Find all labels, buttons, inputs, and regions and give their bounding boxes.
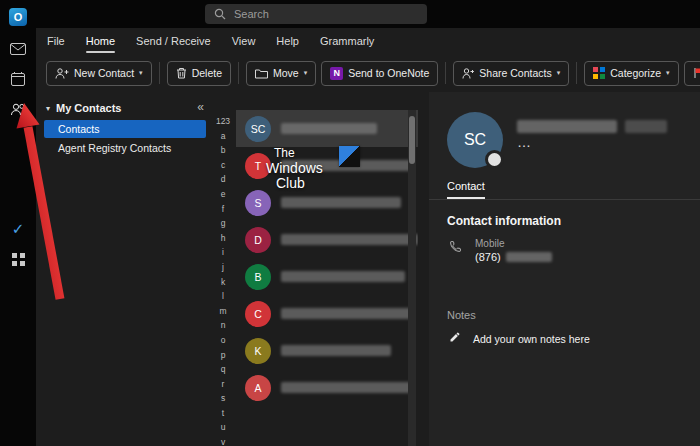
check-glyph: ✓ [12, 220, 25, 238]
blurred-contact-name [281, 308, 413, 319]
categorize-button[interactable]: Categorize ▾ [584, 61, 678, 86]
categorize-icon [593, 67, 605, 79]
alphabet-letter[interactable]: f [222, 202, 224, 217]
menu-file[interactable]: File [47, 35, 65, 47]
blurred-contact-name [517, 120, 617, 133]
contact-row[interactable]: SC [236, 110, 418, 147]
contact-avatar: S [245, 190, 271, 216]
chevron-down-icon: ▾ [46, 104, 50, 113]
chevron-down-icon: ▾ [139, 69, 143, 77]
folder-agent-registry-contacts[interactable]: Agent Registry Contacts [44, 139, 206, 157]
menu-home[interactable]: Home [86, 35, 115, 47]
menu-grammarly[interactable]: Grammarly [320, 35, 374, 47]
contact-row[interactable]: B [236, 258, 418, 295]
delete-button[interactable]: Delete [167, 61, 231, 86]
alphabet-letter[interactable]: i [222, 245, 224, 260]
alphabet-letter[interactable]: d [221, 172, 226, 187]
alphabet-letter[interactable]: h [221, 231, 226, 246]
phone-icon [449, 240, 462, 253]
outlook-logo[interactable]: O [0, 4, 36, 30]
search-icon [214, 8, 226, 20]
alphabet-letter[interactable]: q [221, 362, 226, 377]
ribbon-toolbar: New Contact ▾ Delete Move ▾ N Send to On… [36, 54, 700, 92]
folder-contacts[interactable]: Contacts [44, 120, 206, 138]
contact-row[interactable]: A [236, 369, 418, 406]
contact-row[interactable]: C [236, 295, 418, 332]
trash-icon [176, 67, 187, 79]
alphabet-letter[interactable]: u [221, 420, 226, 435]
contact-row[interactable]: S [236, 184, 418, 221]
button-label: Send to OneNote [348, 67, 429, 79]
contact-avatar: T [245, 153, 271, 179]
people-icon[interactable] [0, 96, 36, 122]
alphabet-letter[interactable]: j [222, 260, 224, 275]
alphabet-letter[interactable]: e [221, 187, 226, 202]
contact-row[interactable]: D [236, 221, 418, 258]
scrollbar-thumb[interactable] [409, 116, 415, 164]
phone-number-visible: (876) [475, 251, 501, 263]
menu-help[interactable]: Help [276, 35, 299, 47]
follow-up-button[interactable]: Follow Up ▾ [684, 61, 700, 86]
chevron-down-icon: ▾ [666, 69, 670, 77]
contact-avatar: B [245, 264, 271, 290]
share-contacts-button[interactable]: Share Contacts ▾ [453, 61, 569, 86]
folder-group-label: My Contacts [56, 102, 121, 114]
onenote-icon: N [330, 67, 343, 80]
folder-pane: « ▾ My Contacts Contacts Agent Registry … [36, 92, 212, 446]
alphabet-letter[interactable]: c [221, 158, 225, 173]
alphabet-letter[interactable]: b [221, 143, 226, 158]
notes-hint[interactable]: Add your own notes here [473, 333, 590, 345]
mail-icon[interactable] [0, 36, 36, 62]
toolbar-separator [159, 62, 160, 84]
alphabet-letter[interactable]: a [221, 129, 226, 144]
my-contacts-group[interactable]: ▾ My Contacts [36, 92, 212, 119]
menu-send-receive[interactable]: Send / Receive [136, 35, 211, 47]
phone-type-label: Mobile [475, 238, 504, 249]
move-button[interactable]: Move ▾ [246, 61, 316, 86]
contact-avatar: SC [245, 116, 271, 142]
chevron-down-icon: ▾ [557, 69, 561, 77]
blurred-phone-digits [506, 252, 552, 262]
more-options-button[interactable]: … [517, 134, 533, 150]
person-add-icon [55, 68, 69, 79]
alphabet-letter[interactable]: v [221, 435, 225, 446]
tab-contact[interactable]: Contact [447, 180, 485, 199]
apps-grid-icon[interactable] [0, 246, 36, 272]
title-bar [0, 0, 700, 28]
alphabet-letter[interactable]: 123 [216, 114, 230, 129]
contact-detail-avatar: SC [447, 112, 503, 168]
contact-row[interactable]: T [236, 147, 418, 184]
divider [429, 199, 700, 200]
alphabet-letter[interactable]: m [219, 304, 226, 319]
scrollbar[interactable] [408, 110, 416, 446]
alphabet-letter[interactable]: g [221, 216, 226, 231]
alphabet-index: 123 a b c d e f g h i j k l m n o p q r … [213, 114, 233, 446]
menu-view[interactable]: View [232, 35, 256, 47]
todo-check-icon[interactable]: ✓ [0, 216, 36, 242]
contact-detail-pane: SC … Contact Contact information Mobile … [429, 92, 700, 446]
alphabet-letter[interactable]: l [222, 289, 224, 304]
phone-number[interactable]: (876) [475, 251, 552, 263]
alphabet-letter[interactable]: n [221, 318, 226, 333]
collapse-pane-icon[interactable]: « [197, 100, 204, 114]
alphabet-letter[interactable]: o [221, 333, 226, 348]
button-label: Move [273, 67, 299, 79]
alphabet-letter[interactable]: k [221, 275, 225, 290]
toolbar-separator [238, 62, 239, 84]
alphabet-letter[interactable]: r [222, 377, 225, 392]
notes-label: Notes [447, 309, 476, 321]
contact-avatar: C [245, 301, 271, 327]
new-contact-button[interactable]: New Contact ▾ [46, 61, 152, 86]
contact-row[interactable]: K [236, 332, 418, 369]
search-input[interactable] [232, 7, 418, 21]
button-label: New Contact [74, 67, 134, 79]
toolbar-separator [445, 62, 446, 84]
alphabet-letter[interactable]: s [221, 391, 225, 406]
send-to-onenote-button[interactable]: N Send to OneNote [321, 61, 438, 86]
calendar-icon[interactable] [0, 66, 36, 92]
presence-dot [485, 150, 504, 169]
search-bar[interactable] [205, 4, 427, 24]
alphabet-letter[interactable]: t [222, 406, 224, 421]
button-label: Share Contacts [479, 67, 551, 79]
alphabet-letter[interactable]: p [221, 348, 226, 363]
